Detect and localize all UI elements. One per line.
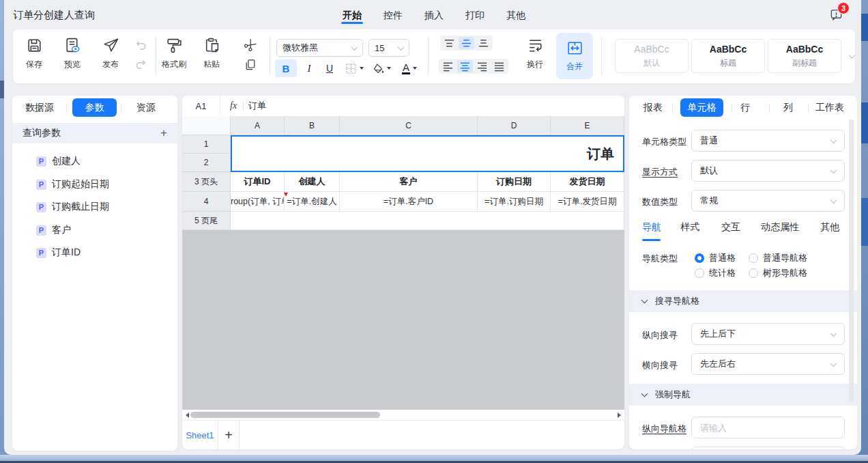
display-mode-select[interactable]: 默认 <box>691 160 845 182</box>
font-size-select[interactable]: 15 <box>368 39 409 57</box>
horizontal-search-select[interactable]: 先左后右 <box>691 353 845 375</box>
tab-resources[interactable]: 资源 <box>136 102 156 114</box>
scroll-left-icon[interactable] <box>186 412 189 418</box>
vertical-scrollbar-thumb[interactable] <box>849 120 854 402</box>
italic-button[interactable]: I <box>300 59 318 77</box>
cell-type-select[interactable]: 普通 <box>691 130 845 152</box>
tab-row[interactable]: 行 <box>740 102 750 114</box>
subtab-dynamic-props[interactable]: 动态属性 <box>761 221 799 234</box>
tab-parameters[interactable]: 参数 <box>72 98 117 117</box>
merge-cells-button[interactable]: 合并 <box>556 33 593 79</box>
cell-d3[interactable]: 订购日期 <box>478 172 551 192</box>
align-justify-button[interactable] <box>491 60 507 72</box>
tab-worksheet[interactable]: 工作表 <box>815 102 844 114</box>
align-right-button[interactable] <box>474 60 490 72</box>
cell-e4[interactable]: =订单.发货日期 <box>551 192 624 212</box>
publish-button[interactable]: 发布 <box>91 37 130 70</box>
borders-button[interactable] <box>341 59 367 77</box>
cell-c3[interactable]: 客户 <box>340 172 478 192</box>
vertical-search-select[interactable]: 先上后下 <box>691 323 845 345</box>
column-header-c[interactable]: C <box>340 116 478 135</box>
horizontal-nav-cell-input[interactable] <box>691 447 845 449</box>
format-painter-button[interactable]: 格式刷 <box>155 37 193 70</box>
row-header-2[interactable]: 2 <box>182 154 231 172</box>
radio-stat-cell[interactable]: 统计格 <box>695 267 736 279</box>
wrap-text-button[interactable]: 换行 <box>516 37 554 70</box>
cell-b3[interactable]: 创建人 <box>285 172 340 192</box>
copy-icon[interactable] <box>245 59 256 71</box>
column-header-a[interactable]: A <box>231 116 285 135</box>
tab-datasource[interactable]: 数据源 <box>25 102 54 114</box>
bold-button[interactable]: B <box>275 59 297 77</box>
column-header-d[interactable]: D <box>478 116 551 135</box>
formula-value[interactable]: 订单 <box>248 100 266 112</box>
style-preset-subtitle[interactable]: AaBbCc 副标题 <box>768 39 841 73</box>
undo-icon[interactable] <box>135 40 147 51</box>
subtab-interaction[interactable]: 交互 <box>721 221 740 234</box>
radio-normal-cell[interactable]: 普通格 <box>695 252 736 264</box>
radio-normal-nav-cell[interactable]: 普通导航格 <box>749 252 807 264</box>
add-param-button[interactable]: + <box>160 126 167 140</box>
param-item[interactable]: P 订购起始日期 <box>36 178 109 191</box>
align-top-button[interactable] <box>442 37 457 49</box>
param-item[interactable]: P 订单ID <box>36 246 81 259</box>
tab-print[interactable]: 打印 <box>465 10 484 22</box>
underline-button[interactable]: U <box>320 59 339 77</box>
cell-d4[interactable]: =订单.订购日期 <box>478 192 551 212</box>
search-nav-section-header[interactable]: 搜寻导航格 <box>629 290 857 312</box>
merged-cell-selection[interactable]: 订单 <box>231 135 624 172</box>
paste-button[interactable]: 粘贴 <box>192 37 231 70</box>
radio-tree-nav-cell[interactable]: 树形导航格 <box>749 267 807 279</box>
row-header-3[interactable]: 3 页头 <box>182 172 231 192</box>
scrollbar-thumb[interactable] <box>190 412 380 418</box>
cell-a4[interactable]: roup(订单, 订单 <box>231 192 285 212</box>
column-header-b[interactable]: B <box>285 116 340 135</box>
param-item[interactable]: P 客户 <box>36 223 71 237</box>
subtab-others[interactable]: 其他 <box>820 221 839 234</box>
fill-color-button[interactable] <box>368 59 394 77</box>
tab-home[interactable]: 开始 <box>343 10 362 22</box>
value-type-select[interactable]: 常规 <box>691 190 845 212</box>
param-item[interactable]: P 订购截止日期 <box>36 200 109 214</box>
row-header-5[interactable]: 5 页尾 <box>182 212 231 230</box>
tab-column[interactable]: 列 <box>783 102 793 114</box>
column-header-e[interactable]: E <box>551 116 624 135</box>
sheet-tab[interactable]: Sheet1 <box>182 421 218 449</box>
scroll-right-icon[interactable] <box>618 412 621 418</box>
param-item[interactable]: P 创建人 <box>36 154 81 168</box>
subtab-style[interactable]: 样式 <box>680 221 699 234</box>
tab-cell[interactable]: 单元格 <box>680 98 723 117</box>
cell-e3[interactable]: 发货日期 <box>551 172 624 192</box>
align-bottom-button[interactable] <box>476 37 491 49</box>
vertical-nav-cell-input[interactable] <box>691 417 845 438</box>
cell-reference-box[interactable]: A1 <box>182 96 220 116</box>
style-preset-title[interactable]: AaBbCc 标题 <box>691 39 765 73</box>
horizontal-scrollbar[interactable] <box>182 410 624 420</box>
tab-widgets[interactable]: 控件 <box>384 10 403 22</box>
preview-button[interactable]: 预览 <box>53 37 91 70</box>
font-family-select[interactable]: 微软雅黑 <box>276 39 363 57</box>
more-styles-chevron-icon[interactable] <box>849 52 856 59</box>
align-left-button[interactable] <box>440 60 456 72</box>
force-nav-section-header[interactable]: 强制导航 <box>629 384 857 406</box>
corner-cell[interactable] <box>182 116 231 135</box>
cell-b4[interactable]: =订单.创建人 <box>285 192 340 212</box>
font-color-button[interactable]: A <box>396 59 423 77</box>
tab-others[interactable]: 其他 <box>506 10 525 22</box>
redo-icon[interactable] <box>135 59 147 70</box>
save-button[interactable]: 保存 <box>15 37 53 70</box>
tab-insert[interactable]: 插入 <box>424 10 444 22</box>
style-preset-default[interactable]: AaBbCc 默认 <box>615 39 689 73</box>
tab-report[interactable]: 报表 <box>643 102 663 114</box>
cut-icon[interactable] <box>244 39 257 51</box>
cell-c4[interactable]: =订单.客户ID <box>340 192 478 212</box>
add-sheet-button[interactable]: + <box>218 421 240 449</box>
merge-cells-label: 合并 <box>566 61 583 72</box>
row-header-1[interactable]: 1 <box>182 135 231 154</box>
row-header-4[interactable]: 4 <box>182 192 231 212</box>
align-center-button[interactable] <box>457 60 473 72</box>
subtab-navigation[interactable]: 导航 <box>642 221 661 234</box>
row-5-cells[interactable] <box>231 212 624 230</box>
align-middle-button[interactable] <box>459 37 474 49</box>
cell-a3[interactable]: 订单ID <box>231 172 285 192</box>
